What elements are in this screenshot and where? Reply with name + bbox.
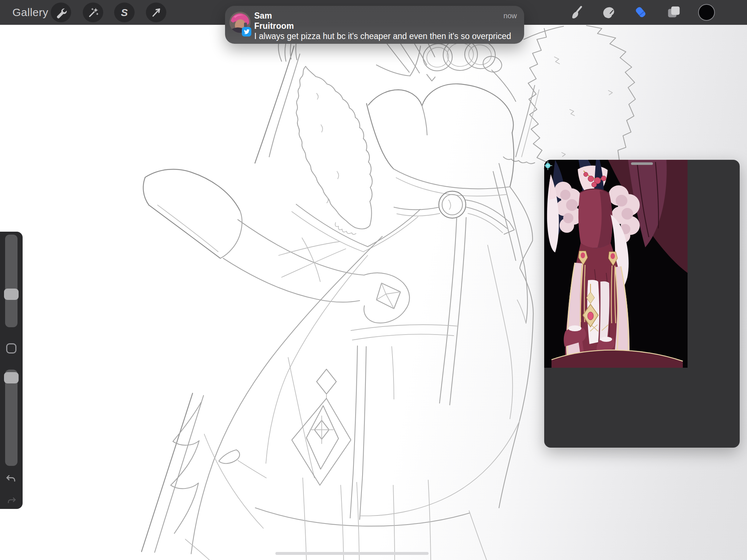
actions-button[interactable] — [51, 3, 71, 22]
selection-button[interactable]: S — [114, 3, 135, 22]
redo-icon[interactable] — [6, 495, 17, 506]
undo-icon[interactable] — [5, 473, 18, 485]
opacity-thumb[interactable] — [4, 372, 19, 383]
app-screen: Gallery S — [0, 0, 747, 560]
sketch-left-arm-and-hand — [255, 33, 300, 163]
selection-s-icon: S — [117, 5, 132, 20]
twitter-icon — [243, 28, 250, 35]
sketch-bodice — [367, 74, 514, 209]
brush-tool[interactable] — [566, 3, 585, 22]
magic-wand-icon — [86, 5, 100, 20]
sketch-fur-boa-left — [296, 66, 372, 235]
wrench-icon — [54, 5, 68, 20]
svg-text:S: S — [121, 7, 128, 18]
opacity-slider[interactable] — [5, 370, 18, 466]
reference-panel[interactable] — [544, 160, 740, 448]
adjustments-button[interactable] — [83, 3, 103, 22]
sketch-belt-buckle — [394, 191, 514, 405]
layers-icon — [665, 4, 682, 21]
transform-arrow-icon — [149, 5, 163, 20]
brush-size-slider[interactable] — [5, 235, 18, 327]
sketch-fur-ball-right — [503, 26, 635, 182]
layers-tool[interactable] — [664, 3, 683, 22]
notification-title: Sam — [254, 11, 272, 21]
transform-button[interactable] — [146, 3, 166, 22]
smudge-tool[interactable] — [599, 3, 618, 22]
brush-size-thumb[interactable] — [4, 289, 19, 300]
notification-time: now — [503, 12, 517, 20]
sketch-skirt — [142, 187, 533, 560]
brush-icon — [568, 4, 584, 21]
home-indicator[interactable] — [275, 552, 429, 555]
sketch-hair-and-buns — [371, 23, 564, 323]
brush-sidebar — [0, 232, 23, 509]
panel-drag-handle[interactable] — [631, 162, 653, 165]
modify-button[interactable] — [6, 343, 16, 354]
smudge-icon — [600, 4, 617, 21]
notification-subtitle: Fruitroom — [254, 21, 294, 31]
eraser-tool[interactable] — [631, 3, 650, 22]
sketch-diamond-ornaments — [292, 369, 351, 485]
notification-message: I always get pizza hut bc it's cheaper a… — [254, 31, 511, 41]
notification-banner[interactable]: Sam Fruitroom I always get pizza hut bc … — [225, 6, 524, 44]
color-swatch[interactable] — [698, 4, 715, 21]
gallery-button[interactable]: Gallery — [12, 6, 49, 19]
reference-image — [544, 160, 688, 368]
eraser-icon — [632, 4, 649, 21]
sketch-legs — [143, 169, 410, 478]
twitter-badge — [242, 27, 251, 36]
